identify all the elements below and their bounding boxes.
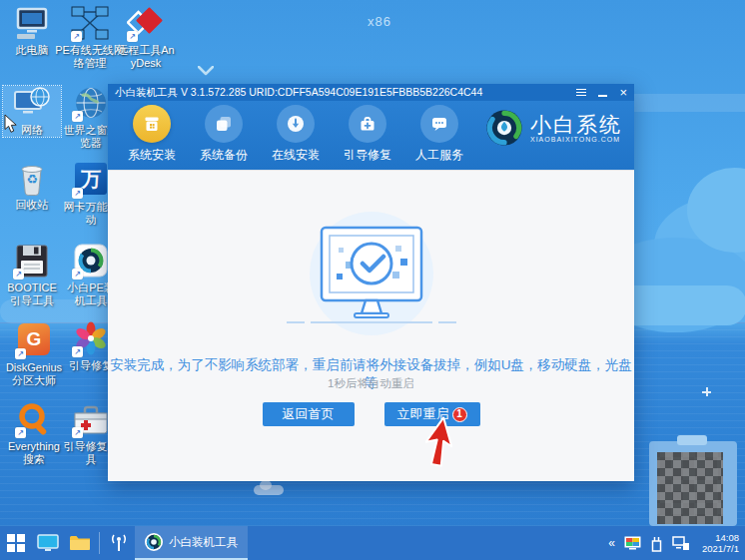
monitor-icon	[37, 534, 59, 552]
recycle-glyph: ♻	[13, 172, 51, 187]
network-icon	[13, 86, 51, 122]
windows-logo-icon	[7, 534, 25, 552]
shortcut-arrow-icon: ↗	[72, 269, 83, 280]
tab-label: 系统备份	[188, 147, 260, 164]
window-minimize-button[interactable]	[598, 89, 607, 97]
desktop-icon-bootice[interactable]: ↗ BOOTICE引导工具	[3, 244, 61, 307]
tab-system-backup[interactable]: 系统备份	[188, 105, 260, 170]
system-backup-icon	[205, 105, 243, 143]
back-home-label: 返回首页	[283, 405, 335, 423]
auto-restart-countdown: 1秒后将自动重启	[108, 376, 634, 391]
minimize-icon	[598, 95, 607, 97]
window-title: 小白装机工具 V 3.1.572.285 URID:CDFF5A594C09E1…	[115, 86, 564, 100]
tray-network-icon[interactable]	[672, 536, 690, 551]
shortcut-arrow-icon: ↗	[71, 31, 82, 42]
tray-usb-icon[interactable]	[650, 535, 663, 552]
window-content: 安装完成，为了不影响系统部署，重启前请将外接设备拔掉，例如U盘，移动硬盘，光盘等…	[108, 170, 634, 481]
start-button[interactable]	[0, 526, 32, 560]
desktop-icon-everything[interactable]: ↗ Everything搜索	[3, 402, 65, 466]
tray-display-icon[interactable]	[624, 536, 641, 550]
brand-name: 小白系统	[530, 113, 622, 136]
tab-label: 系统安装	[116, 147, 188, 164]
install-complete-illustration	[267, 211, 476, 342]
taskbar-display-button[interactable]	[32, 526, 64, 560]
search-icon: ↗	[15, 402, 53, 438]
globe-icon: ↗	[72, 86, 110, 122]
desktop-icon-label: 回收站	[3, 199, 61, 212]
tab-system-install[interactable]: 系统安装	[116, 105, 188, 170]
clock-date: 2021/7/1	[702, 543, 739, 554]
download-icon	[277, 105, 315, 143]
sparkle-icon	[702, 387, 711, 396]
brand-site: XIAOBAIXITONG.COM	[530, 136, 622, 143]
system-tray: « 14:08 2021/7/1	[608, 526, 745, 560]
tab-online-install[interactable]: 在线安装	[260, 105, 332, 170]
tab-label: 在线安装	[260, 147, 332, 164]
desktop-icon-label: Everything搜索	[3, 440, 65, 466]
app-window: 小白装机工具 V 3.1.572.285 URID:CDFF5A594C09E1…	[108, 84, 634, 481]
desktop-icon-label: DiskGenius分区大师	[3, 361, 65, 387]
file-explorer-button[interactable]	[64, 526, 96, 560]
repair-case-icon	[349, 105, 386, 143]
tab-label: 人工服务	[403, 147, 475, 164]
shortcut-arrow-icon: ↗	[72, 427, 83, 438]
folder-icon	[69, 534, 91, 552]
back-home-button[interactable]: 返回首页	[263, 402, 355, 426]
recycle-bin-icon: ♻	[13, 161, 51, 197]
desktop-icon-diskgenius[interactable]: G ↗ DiskGenius分区大师	[3, 321, 65, 387]
close-icon: ×	[619, 86, 627, 99]
toolbox-icon: ↗	[72, 402, 110, 438]
window-titlebar[interactable]: 小白装机工具 V 3.1.572.285 URID:CDFF5A594C09E1…	[108, 84, 634, 101]
mouse-cursor	[4, 114, 18, 134]
pinwheel-icon: ↗	[72, 321, 110, 357]
desktop-icon-recycle-bin[interactable]: ♻ 回收站	[3, 161, 61, 212]
brand-logo: 小白系统 XIAOBAIXITONG.COM	[485, 109, 622, 147]
taskbar-left: 小白装机工具	[0, 526, 248, 560]
chevron-down-icon	[198, 66, 214, 76]
shortcut-arrow-icon: ↗	[72, 346, 83, 357]
tab-manual-service[interactable]: 人工服务	[403, 105, 475, 170]
shortcut-arrow-icon: ↗	[15, 348, 26, 359]
tab-label: 引导修复	[332, 147, 403, 164]
network-nodes-icon: ↗	[71, 6, 109, 42]
shortcut-arrow-icon: ↗	[15, 427, 26, 438]
shortcut-arrow-icon: ↗	[13, 269, 24, 280]
shortcut-arrow-icon: ↗	[72, 111, 83, 122]
anydesk-icon: ↗	[127, 6, 165, 42]
xiaobai-pe-icon: ↗	[72, 244, 110, 280]
button-row: 返回首页 立即重启 1	[108, 402, 634, 426]
desktop-icon-anydesk[interactable]: ↗ 远程工具AnyDesk	[116, 6, 176, 70]
taskbar-separator	[99, 532, 100, 554]
xiaobai-logo-icon	[485, 109, 523, 147]
wireless-tool-button[interactable]	[103, 526, 135, 560]
taskbar: 小白装机工具 « 14:08 2021/7/1	[0, 526, 745, 560]
qr-panel-tab	[677, 435, 707, 445]
shortcut-arrow-icon: ↗	[127, 31, 138, 42]
tab-boot-repair[interactable]: 引导修复	[332, 105, 403, 170]
antenna-icon	[108, 533, 130, 553]
wan-driver-icon: 万 ↗	[72, 163, 110, 199]
window-nav: 系统安装 系统备份 在线安装	[108, 101, 634, 170]
qr-code-panel	[649, 441, 737, 526]
clock-time: 14:08	[702, 532, 739, 543]
show-hidden-icons-button[interactable]: «	[608, 536, 615, 550]
floppy-disk-icon: ↗	[13, 244, 51, 280]
this-pc-icon	[13, 6, 51, 42]
window-close-button[interactable]: ×	[619, 86, 627, 99]
taskbar-app-label: 小白装机工具	[169, 535, 238, 550]
chat-bubble-icon	[420, 105, 458, 143]
shortcut-arrow-icon: ↗	[72, 188, 83, 199]
xiaobai-app-icon	[145, 533, 163, 551]
window-menu-button[interactable]	[576, 87, 586, 98]
system-install-icon	[133, 105, 171, 143]
blurred-qr-code	[657, 452, 723, 524]
desktop-icon-label: 远程工具AnyDesk	[116, 44, 176, 70]
cloud	[254, 485, 284, 495]
diskgenius-icon: G ↗	[15, 323, 53, 359]
menu-icon	[576, 87, 586, 98]
desktop-icon-label: BOOTICE引导工具	[3, 281, 61, 307]
taskbar-app-xiaobai[interactable]: 小白装机工具	[135, 526, 248, 560]
taskbar-clock[interactable]: 14:08 2021/7/1	[699, 532, 739, 554]
wallpaper-arch-label: x86	[368, 14, 391, 29]
